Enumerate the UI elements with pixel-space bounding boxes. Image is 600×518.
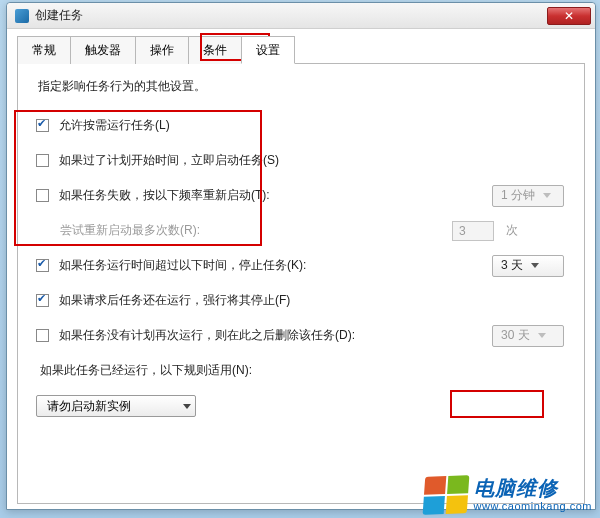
combo-value: 3 天 [501,257,523,274]
combo-value: 1 分钟 [501,187,535,204]
combo-value: 请勿启动新实例 [47,398,131,415]
chevron-down-icon [183,404,191,409]
label-retry-count: 尝试重新启动最多次数(R): [60,222,200,239]
combo-running-rule[interactable]: 请勿启动新实例 [36,395,196,417]
combo-delete-duration[interactable]: 30 天 [492,325,564,347]
combo-restart-interval[interactable]: 1 分钟 [492,185,564,207]
label-stop-after: 如果任务运行时间超过以下时间，停止任务(K): [59,257,306,274]
checkbox-run-if-missed[interactable] [36,154,49,167]
row-restart-on-fail: 如果任务失败，按以下频率重新启动(T): 1 分钟 [36,187,568,204]
label-delete-after: 如果任务没有计划再次运行，则在此之后删除该任务(D): [59,327,355,344]
row-run-if-missed: 如果过了计划开始时间，立即启动任务(S) [36,152,568,169]
label-retry-unit: 次 [506,222,518,239]
checkbox-restart-on-fail[interactable] [36,189,49,202]
tab-actions[interactable]: 操作 [135,36,189,64]
chevron-down-icon [543,193,551,198]
close-icon: ✕ [564,9,574,23]
label-allow-on-demand: 允许按需运行任务(L) [59,117,170,134]
tab-conditions[interactable]: 条件 [188,36,242,64]
label-force-stop: 如果请求后任务还在运行，强行将其停止(F) [59,292,290,309]
label-restart-on-fail: 如果任务失败，按以下频率重新启动(T): [59,187,270,204]
tab-label: 触发器 [85,43,121,57]
row-force-stop: 如果请求后任务还在运行，强行将其停止(F) [36,292,568,309]
checkbox-force-stop[interactable] [36,294,49,307]
tab-strip: 常规 触发器 操作 条件 设置 [17,35,585,64]
content-area: 常规 触发器 操作 条件 设置 指定影响任务行为的其他设置。 允许按需运行任务(… [7,29,595,514]
tab-settings[interactable]: 设置 [241,36,295,64]
checkbox-stop-after[interactable] [36,259,49,272]
row-allow-on-demand: 允许按需运行任务(L) [36,117,568,134]
combo-value: 30 天 [501,327,530,344]
label-run-if-missed: 如果过了计划开始时间，立即启动任务(S) [59,152,279,169]
task-dialog: 创建任务 ✕ 常规 触发器 操作 条件 设置 指定影响任务行为的其他设置。 允许… [6,2,596,510]
input-retry-count[interactable] [452,221,494,241]
app-icon [15,9,29,23]
annotation-highlight [450,390,544,418]
row-stop-after: 如果任务运行时间超过以下时间，停止任务(K): 3 天 [36,257,568,274]
close-button[interactable]: ✕ [547,7,591,25]
titlebar: 创建任务 ✕ [7,3,595,29]
row-retry-count: 尝试重新启动最多次数(R): 次 [60,222,568,239]
tab-label: 条件 [203,43,227,57]
pane-description: 指定影响任务行为的其他设置。 [38,78,568,95]
tab-label: 常规 [32,43,56,57]
chevron-down-icon [538,333,546,338]
tab-label: 设置 [256,43,280,57]
settings-pane: 指定影响任务行为的其他设置。 允许按需运行任务(L) 如果过了计划开始时间，立即… [17,64,585,504]
tab-label: 操作 [150,43,174,57]
checkbox-delete-after[interactable] [36,329,49,342]
combo-stop-duration[interactable]: 3 天 [492,255,564,277]
row-delete-after: 如果任务没有计划再次运行，则在此之后删除该任务(D): 30 天 [36,327,568,344]
label-running-rule: 如果此任务已经运行，以下规则适用(N): [40,362,568,379]
chevron-down-icon [531,263,539,268]
tab-general[interactable]: 常规 [17,36,71,64]
tab-triggers[interactable]: 触发器 [70,36,136,64]
window-title: 创建任务 [35,7,547,24]
checkbox-allow-on-demand[interactable] [36,119,49,132]
